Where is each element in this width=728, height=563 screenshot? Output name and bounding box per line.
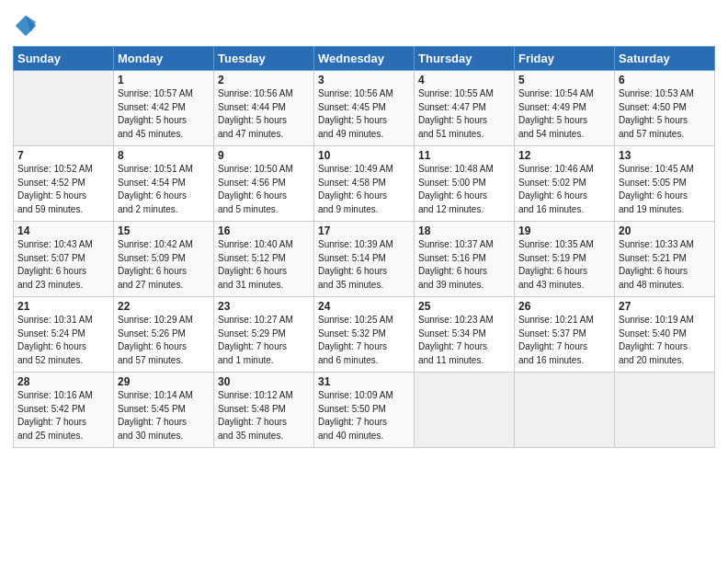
- calendar-week-row: 14Sunrise: 10:43 AM Sunset: 5:07 PM Dayl…: [14, 222, 715, 297]
- day-info: Sunrise: 10:23 AM Sunset: 5:34 PM Daylig…: [418, 314, 510, 367]
- calendar-cell: 16Sunrise: 10:40 AM Sunset: 5:12 PM Dayl…: [214, 222, 314, 297]
- day-info: Sunrise: 10:48 AM Sunset: 5:00 PM Daylig…: [418, 163, 510, 216]
- day-info: Sunrise: 10:40 AM Sunset: 5:12 PM Daylig…: [218, 238, 310, 292]
- day-number: 3: [318, 74, 410, 86]
- calendar-cell: 4Sunrise: 10:55 AM Sunset: 4:47 PM Dayli…: [415, 71, 515, 146]
- day-info: Sunrise: 10:52 AM Sunset: 4:52 PM Daylig…: [17, 163, 109, 216]
- day-number: 2: [218, 74, 310, 86]
- day-info: Sunrise: 10:39 AM Sunset: 5:14 PM Daylig…: [318, 238, 410, 292]
- calendar-table: SundayMondayTuesdayWednesdayThursdayFrid…: [13, 46, 715, 448]
- header: [13, 9, 715, 39]
- calendar-cell: 10Sunrise: 10:49 AM Sunset: 4:58 PM Dayl…: [314, 146, 415, 222]
- day-info: Sunrise: 10:37 AM Sunset: 5:16 PM Daylig…: [418, 238, 510, 292]
- calendar-cell: 12Sunrise: 10:46 AM Sunset: 5:02 PM Dayl…: [515, 146, 615, 222]
- day-info: Sunrise: 10:14 AM Sunset: 5:45 PM Daylig…: [118, 389, 210, 442]
- day-info: Sunrise: 10:16 AM Sunset: 5:42 PM Daylig…: [17, 389, 109, 442]
- day-number: 31: [318, 375, 410, 388]
- calendar-cell: 30Sunrise: 10:12 AM Sunset: 5:48 PM Dayl…: [214, 373, 314, 448]
- day-number: 16: [218, 224, 310, 237]
- day-info: Sunrise: 10:31 AM Sunset: 5:24 PM Daylig…: [17, 314, 109, 367]
- calendar-cell: 9Sunrise: 10:50 AM Sunset: 4:56 PM Dayli…: [214, 146, 314, 222]
- calendar-cell: 27Sunrise: 10:19 AM Sunset: 5:40 PM Dayl…: [615, 297, 715, 373]
- day-number: 18: [418, 224, 510, 237]
- day-info: Sunrise: 10:33 AM Sunset: 5:21 PM Daylig…: [619, 238, 711, 292]
- calendar-cell: 19Sunrise: 10:35 AM Sunset: 5:19 PM Dayl…: [515, 222, 615, 297]
- day-number: 25: [418, 300, 510, 313]
- day-number: 12: [518, 149, 610, 162]
- calendar-cell: 7Sunrise: 10:52 AM Sunset: 4:52 PM Dayli…: [14, 146, 114, 222]
- calendar-cell: [415, 373, 515, 448]
- calendar-cell: 25Sunrise: 10:23 AM Sunset: 5:34 PM Dayl…: [415, 297, 515, 373]
- day-number: 27: [619, 300, 711, 313]
- day-number: 7: [17, 149, 109, 162]
- day-number: 20: [619, 224, 711, 237]
- day-info: Sunrise: 10:35 AM Sunset: 5:19 PM Daylig…: [518, 238, 610, 292]
- day-info: Sunrise: 10:29 AM Sunset: 5:26 PM Daylig…: [118, 314, 210, 367]
- day-info: Sunrise: 10:27 AM Sunset: 5:29 PM Daylig…: [218, 314, 310, 367]
- day-info: Sunrise: 10:54 AM Sunset: 4:49 PM Daylig…: [518, 87, 610, 141]
- calendar-cell: 14Sunrise: 10:43 AM Sunset: 5:07 PM Dayl…: [14, 222, 114, 297]
- calendar-cell: 21Sunrise: 10:31 AM Sunset: 5:24 PM Dayl…: [14, 297, 114, 373]
- day-info: Sunrise: 10:50 AM Sunset: 4:56 PM Daylig…: [218, 163, 310, 216]
- day-info: Sunrise: 10:21 AM Sunset: 5:37 PM Daylig…: [518, 314, 610, 367]
- day-info: Sunrise: 10:19 AM Sunset: 5:40 PM Daylig…: [619, 314, 711, 367]
- day-number: 9: [218, 149, 310, 162]
- calendar-cell: 28Sunrise: 10:16 AM Sunset: 5:42 PM Dayl…: [14, 373, 114, 448]
- calendar-cell: 17Sunrise: 10:39 AM Sunset: 5:14 PM Dayl…: [314, 222, 415, 297]
- calendar-cell: [515, 373, 615, 448]
- weekday-header: Sunday: [14, 47, 114, 71]
- calendar-cell: 20Sunrise: 10:33 AM Sunset: 5:21 PM Dayl…: [615, 222, 715, 297]
- day-info: Sunrise: 10:09 AM Sunset: 5:50 PM Daylig…: [318, 389, 410, 442]
- day-number: 15: [118, 224, 210, 237]
- day-number: 8: [118, 149, 210, 162]
- calendar-cell: 22Sunrise: 10:29 AM Sunset: 5:26 PM Dayl…: [114, 297, 214, 373]
- day-info: Sunrise: 10:12 AM Sunset: 5:48 PM Daylig…: [218, 389, 310, 442]
- day-info: Sunrise: 10:55 AM Sunset: 4:47 PM Daylig…: [418, 87, 510, 141]
- day-info: Sunrise: 10:45 AM Sunset: 5:05 PM Daylig…: [619, 163, 711, 216]
- calendar-week-row: 7Sunrise: 10:52 AM Sunset: 4:52 PM Dayli…: [14, 146, 715, 222]
- day-number: 11: [418, 149, 510, 162]
- calendar-cell: 6Sunrise: 10:53 AM Sunset: 4:50 PM Dayli…: [615, 71, 715, 146]
- logo-icon: [13, 13, 39, 39]
- calendar-cell: 23Sunrise: 10:27 AM Sunset: 5:29 PM Dayl…: [214, 297, 314, 373]
- calendar-week-row: 1Sunrise: 10:57 AM Sunset: 4:42 PM Dayli…: [14, 71, 715, 146]
- calendar-cell: [14, 71, 114, 146]
- day-info: Sunrise: 10:42 AM Sunset: 5:09 PM Daylig…: [118, 238, 210, 292]
- day-number: 24: [318, 300, 410, 313]
- day-number: 23: [218, 300, 310, 313]
- day-number: 26: [518, 300, 610, 313]
- calendar-week-row: 21Sunrise: 10:31 AM Sunset: 5:24 PM Dayl…: [14, 297, 715, 373]
- calendar-cell: 1Sunrise: 10:57 AM Sunset: 4:42 PM Dayli…: [114, 71, 214, 146]
- day-number: 30: [218, 375, 310, 388]
- day-info: Sunrise: 10:57 AM Sunset: 4:42 PM Daylig…: [118, 87, 210, 141]
- day-info: Sunrise: 10:53 AM Sunset: 4:50 PM Daylig…: [619, 87, 711, 141]
- logo: [13, 13, 40, 39]
- calendar-cell: [615, 373, 715, 448]
- calendar-cell: 18Sunrise: 10:37 AM Sunset: 5:16 PM Dayl…: [415, 222, 515, 297]
- day-number: 10: [318, 149, 410, 162]
- day-info: Sunrise: 10:43 AM Sunset: 5:07 PM Daylig…: [17, 238, 109, 292]
- page-container: SundayMondayTuesdayWednesdayThursdayFrid…: [0, 0, 728, 457]
- calendar-cell: 24Sunrise: 10:25 AM Sunset: 5:32 PM Dayl…: [314, 297, 415, 373]
- calendar-cell: 31Sunrise: 10:09 AM Sunset: 5:50 PM Dayl…: [314, 373, 415, 448]
- calendar-cell: 2Sunrise: 10:56 AM Sunset: 4:44 PM Dayli…: [214, 71, 314, 146]
- day-number: 14: [17, 224, 109, 237]
- day-number: 21: [17, 300, 109, 313]
- calendar-cell: 29Sunrise: 10:14 AM Sunset: 5:45 PM Dayl…: [114, 373, 214, 448]
- weekday-header-row: SundayMondayTuesdayWednesdayThursdayFrid…: [14, 47, 715, 71]
- day-info: Sunrise: 10:56 AM Sunset: 4:44 PM Daylig…: [218, 87, 310, 141]
- calendar-cell: 15Sunrise: 10:42 AM Sunset: 5:09 PM Dayl…: [114, 222, 214, 297]
- day-info: Sunrise: 10:25 AM Sunset: 5:32 PM Daylig…: [318, 314, 410, 367]
- day-number: 19: [518, 224, 610, 237]
- day-number: 4: [418, 74, 510, 86]
- weekday-header: Tuesday: [214, 47, 314, 71]
- weekday-header: Friday: [515, 47, 615, 71]
- day-number: 13: [619, 149, 711, 162]
- day-info: Sunrise: 10:49 AM Sunset: 4:58 PM Daylig…: [318, 163, 410, 216]
- day-number: 17: [318, 224, 410, 237]
- day-number: 28: [17, 375, 109, 388]
- day-info: Sunrise: 10:56 AM Sunset: 4:45 PM Daylig…: [318, 87, 410, 141]
- weekday-header: Monday: [114, 47, 214, 71]
- day-number: 22: [118, 300, 210, 313]
- weekday-header: Saturday: [615, 47, 715, 71]
